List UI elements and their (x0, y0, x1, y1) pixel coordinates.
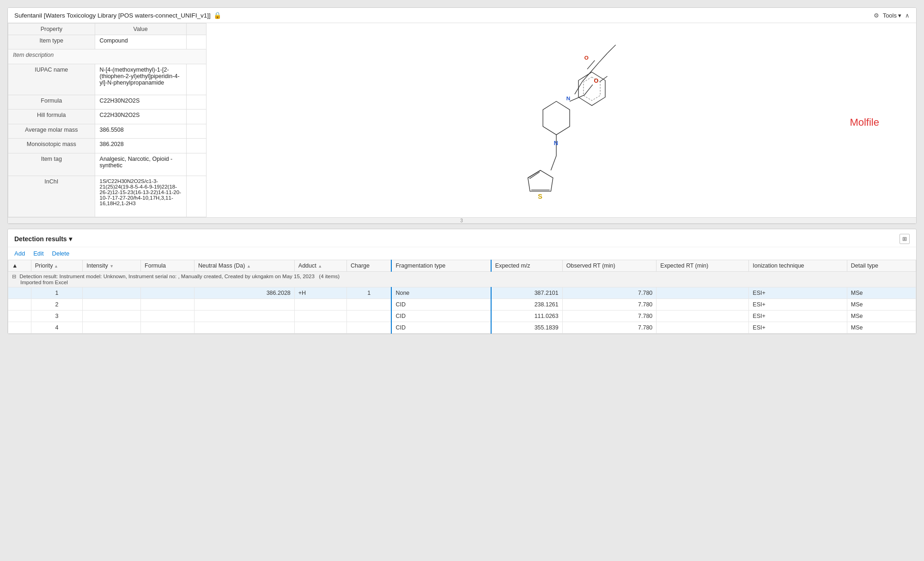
cell-detail: MSe (847, 287, 916, 299)
cell-expected-rt (657, 287, 749, 299)
prop-label: IUPAC name (8, 64, 95, 95)
col-header-charge[interactable]: Charge (347, 260, 392, 272)
shield-icon: 🔒 (213, 12, 221, 19)
results-table-wrap: ▲ Priority Intensity ▼ Formula Neutral M… (8, 260, 916, 334)
col-header-ionization[interactable]: Ionization technique (749, 260, 847, 272)
col-header-indicator[interactable]: ▲ (8, 260, 31, 272)
prop-extra (186, 139, 206, 153)
row-indicator (8, 299, 31, 311)
edit-button[interactable]: Edit (33, 250, 43, 257)
col-header-observed-rt[interactable]: Observed RT (min) (562, 260, 657, 272)
cell-formula (141, 299, 195, 311)
molfile-label: Molfile (850, 116, 879, 128)
prop-extra (186, 35, 206, 49)
col-header-expected-rt[interactable]: Expected RT (min) (657, 260, 749, 272)
col-header-value: Value (95, 24, 186, 35)
cell-priority: 1 (31, 287, 83, 299)
table-row: Item type Compound (8, 35, 207, 49)
prop-label: Average molar mass (8, 124, 95, 138)
row-indicator (8, 322, 31, 334)
prop-value: 386.5508 (95, 124, 186, 138)
top-panel: Sufentanil [Waters Toxicology Library [P… (7, 7, 917, 224)
group-sub-header: Imported from Excel (12, 280, 68, 285)
prop-label: Monoisotopic mass (8, 139, 95, 153)
properties-table: Property Value Item type Compound Item d… (8, 23, 207, 217)
group-header-row: ⊟ Detection result: Instrument model: Un… (8, 272, 916, 287)
table-row: Average molar mass 386.5508 (8, 124, 207, 138)
detection-title-text: Detection results (14, 235, 67, 243)
svg-line-5 (551, 156, 556, 171)
group-header-cell: ⊟ Detection result: Instrument model: Un… (8, 272, 916, 287)
add-button[interactable]: Add (14, 250, 25, 257)
table-row[interactable]: 1 386.2028 +H 1 None 387.2101 7.780 ESI+… (8, 287, 916, 299)
col-header-extra (186, 24, 206, 35)
cell-detail: MSe (847, 311, 916, 322)
table-row[interactable]: 3 CID 111.0263 7.780 ESI+ MSe (8, 311, 916, 322)
prop-label: Hill formula (8, 110, 95, 124)
prop-label: Formula (8, 95, 95, 109)
prop-extra (186, 95, 206, 109)
svg-line-1 (528, 171, 541, 178)
cell-priority: 3 (31, 311, 83, 322)
cell-observed-rt: 7.780 (562, 299, 657, 311)
col-header-neutral-mass[interactable]: Neutral Mass (Da) ▲ (195, 260, 295, 272)
molecule-svg: S N (487, 32, 635, 208)
detection-results-title[interactable]: Detection results ▾ (14, 235, 72, 243)
cell-adduct (294, 311, 346, 322)
cell-expected-mz: 387.2101 (491, 287, 562, 299)
svg-line-11 (584, 85, 593, 95)
prop-label: Item type (8, 35, 95, 49)
cell-observed-rt: 7.780 (562, 311, 657, 322)
svg-line-20 (599, 53, 607, 62)
tools-label: Tools (883, 12, 897, 19)
cell-priority: 4 (31, 322, 83, 334)
tools-button[interactable]: Tools ▾ (883, 12, 901, 19)
cell-ionization: ESI+ (749, 299, 847, 311)
table-row: InChI 1S/C22H30N2O2S/c1-3-21(25)24(19-8-… (8, 176, 207, 217)
svg-line-13 (600, 76, 607, 82)
cell-charge (347, 311, 392, 322)
cell-priority: 2 (31, 299, 83, 311)
svg-text:S: S (538, 193, 542, 200)
top-panel-title: Sufentanil [Waters Toxicology Library [P… (14, 12, 221, 19)
col-header-adduct[interactable]: Adduct ▲ (294, 260, 346, 272)
prop-label: InChI (8, 176, 95, 217)
prop-extra (186, 64, 206, 95)
col-header-detail[interactable]: Detail type (847, 260, 916, 272)
table-row: Monoisotopic mass 386.2028 (8, 139, 207, 153)
cell-ionization: ESI+ (749, 287, 847, 299)
cell-formula (141, 322, 195, 334)
top-panel-controls: ⚙ Tools ▾ ∧ (874, 12, 910, 19)
molecule-area: S N (207, 23, 916, 217)
divider-handle[interactable]: 3 (8, 217, 916, 224)
row-indicator (8, 311, 31, 322)
table-row: IUPAC name N-[4-(methoxymethyl)-1-[2-(th… (8, 64, 207, 95)
col-header-intensity[interactable]: Intensity ▼ (83, 260, 141, 272)
prop-value: 386.2028 (95, 139, 186, 153)
results-table: ▲ Priority Intensity ▼ Formula Neutral M… (8, 260, 916, 334)
col-header-expected-mz[interactable]: Expected m/z (491, 260, 562, 272)
col-header-fragmentation[interactable]: Fragmentation type (391, 260, 491, 272)
table-row[interactable]: 2 CID 238.1261 7.780 ESI+ MSe (8, 299, 916, 311)
cell-formula (141, 287, 195, 299)
grid-icon-button[interactable]: ⊞ (900, 234, 910, 244)
bottom-panel: Detection results ▾ ⊞ Add Edit Delete ▲ … (7, 229, 917, 334)
table-row[interactable]: 4 CID 355.1839 7.780 ESI+ MSe (8, 322, 916, 334)
cell-detail: MSe (847, 299, 916, 311)
top-panel-header: Sufentanil [Waters Toxicology Library [P… (8, 8, 916, 23)
cell-detail: MSe (847, 322, 916, 334)
col-header-formula[interactable]: Formula (141, 260, 195, 272)
table-row: Hill formula C22H30N2O2S (8, 110, 207, 124)
expand-icon[interactable]: ⊟ (12, 274, 16, 279)
prop-extra (186, 110, 206, 124)
prop-value: C22H30N2O2S (95, 110, 186, 124)
divider-number: 3 (460, 218, 464, 223)
cell-formula (141, 311, 195, 322)
delete-button[interactable]: Delete (52, 250, 70, 257)
col-header-priority[interactable]: Priority (31, 260, 83, 272)
cell-intensity (83, 287, 141, 299)
svg-marker-7 (543, 101, 570, 134)
bottom-panel-header: Detection results ▾ ⊞ (8, 229, 916, 247)
cell-expected-mz: 355.1839 (491, 322, 562, 334)
collapse-icon[interactable]: ∧ (905, 12, 910, 19)
